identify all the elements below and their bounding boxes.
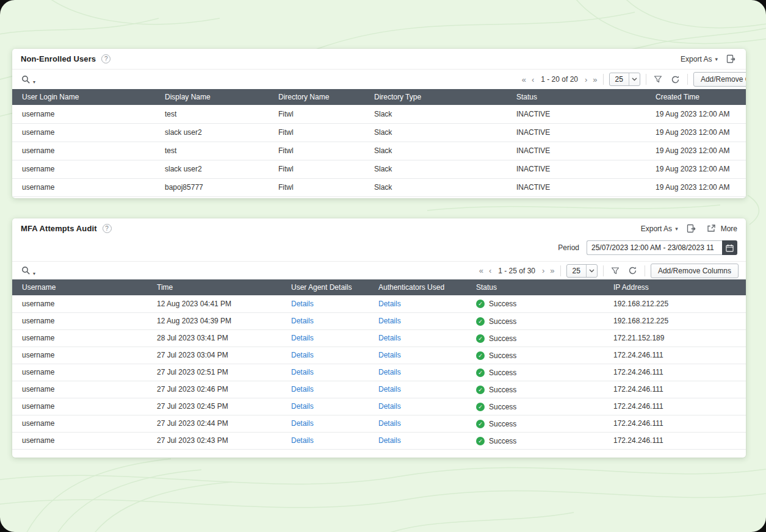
toolbar-controls: « ‹ 1 - 25 of 30 › » 25 <box>479 264 739 278</box>
prev-page-button[interactable]: ‹ <box>532 76 534 84</box>
pagination: « ‹ 1 - 20 of 20 › » <box>522 75 598 84</box>
page-size-select[interactable]: 25 <box>609 73 640 86</box>
last-page-button[interactable]: » <box>593 76 597 84</box>
success-icon: ✓ <box>476 300 485 308</box>
cell-user-agent: Details <box>281 312 369 329</box>
user-agent-details-link[interactable]: Details <box>291 351 314 359</box>
table-row: username bapoj85777 Fitwl Slack INACTIVE… <box>12 178 746 196</box>
column-header[interactable]: Time <box>147 279 281 295</box>
column-header[interactable]: Authenticators Used <box>369 279 466 295</box>
table-row: username 28 Jul 2023 03:41 PM Details De… <box>12 329 746 347</box>
column-header[interactable]: Directory Type <box>364 89 507 105</box>
table-row: username 27 Jul 2023 02:45 PM Details De… <box>12 398 746 415</box>
user-agent-details-link[interactable]: Details <box>291 419 314 428</box>
user-agent-details-link[interactable]: Details <box>291 317 314 325</box>
column-header[interactable]: IP Address <box>604 279 746 295</box>
column-header[interactable]: Created Time <box>646 89 746 105</box>
search-button[interactable]: ▾ <box>20 73 35 85</box>
user-agent-details-link[interactable]: Details <box>291 300 314 308</box>
authenticators-details-link[interactable]: Details <box>378 402 401 411</box>
authenticators-details-link[interactable]: Details <box>378 385 401 394</box>
column-header[interactable]: User Agent Details <box>281 279 369 295</box>
period-label: Period <box>558 243 579 252</box>
first-page-button[interactable]: « <box>479 267 483 275</box>
next-page-button[interactable]: › <box>585 76 587 84</box>
period-range-input[interactable]: 25/07/2023 12:00 AM - 23/08/2023 11 <box>587 240 737 255</box>
refresh-icon[interactable] <box>627 265 639 277</box>
search-button[interactable]: ▾ <box>20 265 35 277</box>
user-agent-details-link[interactable]: Details <box>291 334 314 342</box>
cell-status: INACTIVE <box>507 178 646 196</box>
cell-authenticators: Details <box>369 364 466 381</box>
cell-display-name: test <box>155 105 269 123</box>
success-icon: ✓ <box>476 317 485 326</box>
export-as-dropdown[interactable]: Export As ▾ <box>681 55 718 63</box>
cell-authenticators: Details <box>369 347 466 364</box>
refresh-icon[interactable] <box>670 73 682 85</box>
status-text: Success <box>489 368 516 377</box>
column-header[interactable]: User Login Name <box>12 89 155 105</box>
authenticators-details-link[interactable]: Details <box>378 419 401 428</box>
cell-username: username <box>12 364 147 381</box>
help-icon[interactable]: ? <box>103 224 112 233</box>
authenticators-details-link[interactable]: Details <box>378 317 401 325</box>
calendar-button[interactable] <box>722 240 737 255</box>
success-icon: ✓ <box>476 386 485 394</box>
cell-user-login: username <box>12 105 155 123</box>
authenticators-details-link[interactable]: Details <box>378 351 401 359</box>
success-icon: ✓ <box>476 351 485 360</box>
page-size-value: 25 <box>610 75 629 84</box>
divider <box>603 265 604 276</box>
page-size-select[interactable]: 25 <box>566 264 598 278</box>
column-header[interactable]: Directory Name <box>269 89 364 105</box>
cell-status: ✓Success <box>466 364 604 381</box>
cell-username: username <box>12 312 147 329</box>
page-title: Non-Enrolled Users <box>21 54 96 63</box>
prev-page-button[interactable]: ‹ <box>489 267 491 275</box>
cell-user-agent: Details <box>281 432 369 449</box>
column-header[interactable]: Username <box>12 279 147 295</box>
export-as-label: Export As <box>681 55 712 63</box>
export-icon[interactable] <box>725 53 737 65</box>
user-agent-details-link[interactable]: Details <box>291 385 314 394</box>
authenticators-details-link[interactable]: Details <box>378 368 401 376</box>
filter-icon[interactable] <box>609 265 621 277</box>
first-page-button[interactable]: « <box>522 76 526 84</box>
cell-user-login: username <box>12 160 155 178</box>
pagination-range: 1 - 20 of 20 <box>540 75 579 84</box>
more-button[interactable]: More <box>705 223 737 235</box>
cell-status: INACTIVE <box>507 123 646 142</box>
cell-user-agent: Details <box>281 398 369 415</box>
next-page-button[interactable]: › <box>542 267 544 275</box>
table-row: username 27 Jul 2023 02:51 PM Details De… <box>12 364 746 381</box>
column-header[interactable]: Status <box>466 279 604 295</box>
user-agent-details-link[interactable]: Details <box>291 368 314 376</box>
export-icon[interactable] <box>685 223 698 235</box>
table-row: username 27 Jul 2023 03:04 PM Details De… <box>12 347 746 364</box>
authenticators-details-link[interactable]: Details <box>378 334 401 342</box>
column-header[interactable]: Display Name <box>155 89 269 105</box>
cell-username: username <box>12 381 147 398</box>
user-agent-details-link[interactable]: Details <box>291 436 314 445</box>
mfa-attempts-audit-panel: MFA Attempts Audit ? Export As ▾ More <box>12 218 746 458</box>
add-remove-columns-button[interactable]: Add/Remove Columns <box>693 72 746 87</box>
authenticators-details-link[interactable]: Details <box>378 436 401 445</box>
status-text: Success <box>489 420 516 428</box>
status-text: Success <box>489 334 516 343</box>
user-agent-details-link[interactable]: Details <box>291 402 314 411</box>
add-remove-columns-button[interactable]: Add/Remove Columns <box>651 264 739 278</box>
filter-icon[interactable] <box>652 73 664 85</box>
cell-status: ✓Success <box>466 432 604 449</box>
cell-ip-address: 192.168.212.225 <box>604 295 746 312</box>
cell-created-time: 19 Aug 2023 12:00 AM <box>646 142 746 160</box>
export-as-dropdown[interactable]: Export As ▾ <box>641 225 678 233</box>
column-header[interactable]: Status <box>507 89 646 105</box>
last-page-button[interactable]: » <box>550 267 554 275</box>
cell-status: INACTIVE <box>507 160 646 178</box>
desktop-background: Non-Enrolled Users ? Export As ▾ ▾ <box>0 0 766 532</box>
help-icon[interactable]: ? <box>101 54 110 63</box>
table-header-row: Username Time User Agent Details Authent… <box>12 279 746 295</box>
authenticators-details-link[interactable]: Details <box>378 300 401 308</box>
cell-user-login: username <box>12 178 155 196</box>
table-row: username 27 Jul 2023 02:44 PM Details De… <box>12 415 746 432</box>
